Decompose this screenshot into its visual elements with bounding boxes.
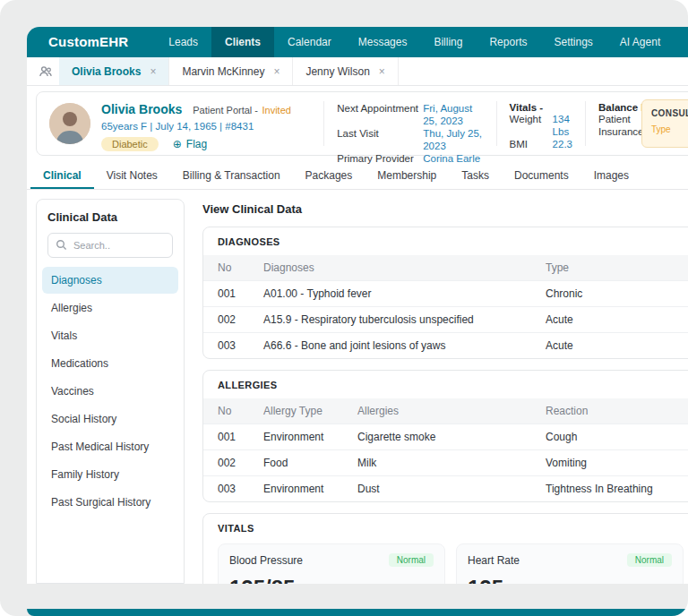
allergies-section: ALLERGIES No Allergy Type Allergies Reac…: [202, 370, 688, 502]
nav-item-settings[interactable]: Settings: [540, 27, 606, 57]
screen: CustomEHR Leads Clients Calendar Message…: [0, 0, 688, 616]
patient-demographics: 65years F | July 14, 1965 | #8431: [101, 121, 291, 132]
last-visit-value: Thu, July 25, 2023: [423, 127, 483, 152]
sidebar-title: Clinical Data: [37, 200, 184, 233]
sidebar-item-diagnoses[interactable]: Diagnoses: [42, 267, 178, 294]
sidebar-item-family-history[interactable]: Family History: [42, 461, 178, 488]
avatar: [49, 103, 90, 144]
cell-no: 003: [203, 333, 256, 359]
tab-tasks[interactable]: Tasks: [449, 163, 502, 189]
vitals-summary: Vitals - Weight 134 Lbs BMI 22.3: [496, 101, 585, 146]
consultation-appointment-card[interactable]: CONSULTATION Type: [641, 99, 688, 148]
tab-documents[interactable]: Documents: [502, 163, 581, 189]
sidebar-item-social-history[interactable]: Social History: [42, 406, 178, 432]
table-row[interactable]: 003 Environment Dust Tightness In Breath…: [203, 476, 688, 502]
weight-label: Weight: [510, 113, 553, 138]
cell-type: Acute: [538, 307, 688, 333]
vitals-section-title: VITALS: [203, 514, 688, 542]
flag-button[interactable]: ⊕ Flag: [173, 138, 207, 150]
consultation-type: Type: [651, 124, 688, 134]
nav-item-reports[interactable]: Reports: [476, 27, 540, 57]
sidebar-item-vaccines[interactable]: Vaccines: [42, 378, 178, 405]
column-header: Allergy Type: [256, 398, 350, 424]
cell-diagnosis: A66.6 - Bone and joint lesions of yaws: [256, 333, 538, 359]
patient-name: Olivia Brooks: [101, 102, 182, 116]
cell-reaction: Cough: [538, 424, 688, 450]
column-header: No: [203, 255, 256, 281]
sidebar-item-medications[interactable]: Medications: [42, 350, 178, 377]
close-icon[interactable]: ×: [150, 65, 156, 78]
primary-provider-label: Primary Provider: [337, 152, 423, 165]
patient-summary-card: Olivia Brooks Patient Portal - Invited 6…: [36, 91, 688, 156]
patient-search-icon[interactable]: [32, 57, 59, 85]
vitals-title: Vitals -: [510, 102, 572, 113]
flag-label: Flag: [186, 138, 207, 150]
sidebar-item-past-surgical-history[interactable]: Past Surgical History: [42, 489, 178, 516]
app-logo: CustomEHR: [27, 27, 155, 57]
table-row[interactable]: 002 A15.9 - Respiratory tuberculosis uns…: [203, 307, 688, 333]
tab-images[interactable]: Images: [581, 163, 641, 189]
app-window: CustomEHR Leads Clients Calendar Message…: [27, 27, 688, 584]
nav-item-ai-agent[interactable]: AI Agent: [606, 27, 674, 57]
cell-allergy-type: Environment: [256, 476, 350, 502]
condition-badge: Diabetic: [101, 137, 159, 151]
weight-value: 134 Lbs: [553, 113, 572, 138]
nav-item-leads[interactable]: Leads: [155, 27, 211, 57]
search-icon: [56, 239, 67, 251]
close-icon[interactable]: ×: [273, 65, 280, 78]
sidebar-item-allergies[interactable]: Allergies: [42, 295, 178, 321]
clinical-data-sidebar: Clinical Data Diagnoses Allergies Vitals…: [36, 199, 185, 584]
tab-membership[interactable]: Membership: [365, 163, 449, 189]
cell-no: 001: [203, 424, 256, 450]
allergies-table: No Allergy Type Allergies Reaction 001 E…: [203, 398, 688, 501]
table-row[interactable]: 003 A66.6 - Bone and joint lesions of ya…: [203, 333, 688, 359]
tab-billing-transaction[interactable]: Billing & Transaction: [170, 163, 293, 189]
cell-type: Acute: [538, 333, 688, 359]
table-row[interactable]: 001 Environment Cigarette smoke Cough: [203, 424, 688, 450]
cell-reaction: Vomiting: [538, 450, 688, 476]
nav-item-calendar[interactable]: Calendar: [274, 27, 345, 57]
next-appointment-label: Next Appointment: [337, 102, 423, 127]
patient-tab-label: Olivia Brooks: [72, 65, 141, 78]
sidebar-item-vitals[interactable]: Vitals: [42, 322, 178, 349]
vital-label: Blood Pressure: [229, 554, 303, 567]
column-header: Type: [538, 255, 688, 281]
cell-allergen: Cigarette smoke: [350, 424, 538, 450]
sidebar-item-past-medical-history[interactable]: Past Medical History: [42, 433, 178, 460]
cell-no: 001: [203, 281, 256, 307]
tab-visit-notes[interactable]: Visit Notes: [94, 163, 170, 189]
top-navbar: CustomEHR Leads Clients Calendar Message…: [27, 27, 688, 57]
tab-packages[interactable]: Packages: [293, 163, 366, 189]
section-tabs: Clinical Visit Notes Billing & Transacti…: [27, 163, 688, 190]
tab-clinical[interactable]: Clinical: [30, 163, 94, 189]
table-header-row: No Allergy Type Allergies Reaction: [203, 398, 688, 424]
patient-tab-marvin-mckinney[interactable]: Marvin McKinney ×: [169, 57, 293, 85]
cell-allergy-type: Environment: [256, 424, 350, 450]
cell-no: 002: [203, 307, 256, 333]
close-icon[interactable]: ×: [379, 65, 385, 78]
column-header: Reaction: [538, 398, 688, 424]
column-header: Diagnoses: [256, 255, 538, 281]
vital-card-blood-pressure: Blood Pressure Normal 125/85: [218, 543, 445, 584]
table-row[interactable]: 002 Food Milk Vomiting: [203, 450, 688, 476]
nav-item-billing[interactable]: Billing: [420, 27, 476, 57]
patient-identity: Olivia Brooks Patient Portal - Invited 6…: [49, 101, 323, 146]
column-header: Allergies: [350, 398, 538, 424]
portal-label: Patient Portal -: [193, 105, 258, 116]
vital-value: 125/85: [229, 576, 434, 584]
table-row[interactable]: 001 A01.00 - Typhoid fever Chronic: [203, 281, 688, 307]
clinical-data-main: View Clinical Data DIAGNOSES No Diagnose…: [202, 199, 688, 584]
diagnoses-section-title: DIAGNOSES: [203, 227, 688, 255]
last-visit-label: Last Visit: [337, 127, 423, 152]
table-header-row: No Diagnoses Type: [203, 255, 688, 281]
bmi-value: 22.3: [553, 138, 572, 150]
patient-tab-olivia-brooks[interactable]: Olivia Brooks ×: [59, 57, 169, 85]
nav-item-clients[interactable]: Clients: [211, 27, 274, 57]
nav-item-messages[interactable]: Messages: [345, 27, 421, 57]
patient-tabstrip: Olivia Brooks × Marvin McKinney × Jenny …: [27, 57, 688, 86]
patient-tab-jenny-wilson[interactable]: Jenny Wilson ×: [293, 57, 398, 85]
cell-diagnosis: A15.9 - Respiratory tuberculosis unspeci…: [256, 307, 538, 333]
vital-value: 125: [468, 576, 672, 584]
patient-tab-label: Marvin McKinney: [182, 65, 264, 78]
column-header: No: [203, 398, 256, 424]
